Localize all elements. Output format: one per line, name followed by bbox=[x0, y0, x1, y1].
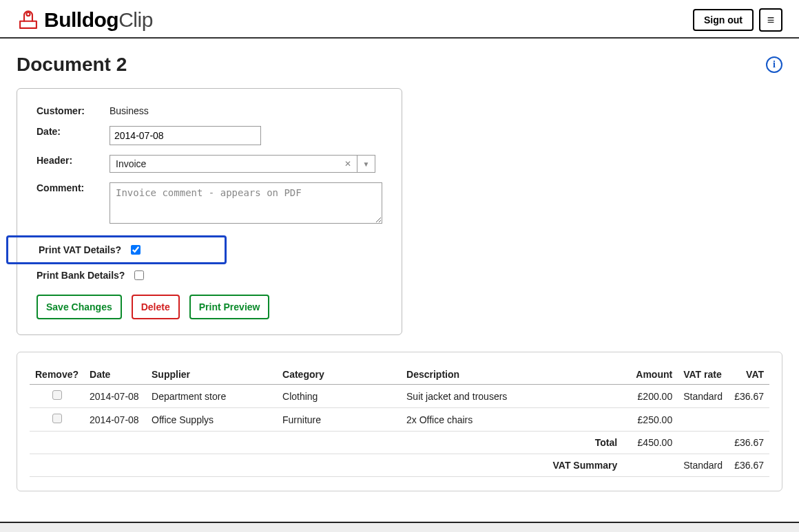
total-vat: £36.67 bbox=[728, 432, 769, 454]
col-remove: Remove? bbox=[30, 365, 84, 385]
table-row: 2014-07-08 Office Supplys Furniture 2x O… bbox=[30, 408, 769, 432]
svg-point-1 bbox=[26, 12, 30, 16]
cell-description: 2x Office chairs bbox=[401, 408, 623, 432]
cell-vat-rate: Standard bbox=[678, 385, 728, 408]
cell-amount: £200.00 bbox=[623, 385, 678, 408]
vat-summary-rate: Standard bbox=[678, 454, 728, 477]
total-amount: £450.00 bbox=[623, 432, 678, 454]
comment-label: Comment: bbox=[37, 182, 110, 193]
print-bank-checkbox[interactable] bbox=[134, 270, 144, 280]
print-vat-checkbox[interactable] bbox=[131, 245, 141, 255]
vat-summary-label: VAT Summary bbox=[30, 454, 623, 477]
cell-category: Clothing bbox=[277, 385, 401, 408]
col-description: Description bbox=[401, 365, 623, 385]
site-footer: Company About Us Contact Us Home Policie… bbox=[0, 522, 799, 532]
customer-label: Customer: bbox=[37, 105, 110, 116]
cell-supplier: Office Supplys bbox=[146, 408, 277, 432]
header-label: Header: bbox=[37, 155, 110, 166]
cell-vat: £36.67 bbox=[728, 385, 769, 408]
delete-button[interactable]: Delete bbox=[132, 295, 180, 319]
remove-checkbox[interactable] bbox=[52, 390, 62, 400]
brand[interactable]: BulldogClip bbox=[17, 8, 153, 32]
col-category: Category bbox=[277, 365, 401, 385]
remove-checkbox[interactable] bbox=[52, 414, 62, 423]
brand-text: BulldogClip bbox=[44, 8, 153, 32]
total-label: Total bbox=[30, 432, 623, 454]
cell-supplier: Department store bbox=[146, 385, 277, 408]
cell-amount: £250.00 bbox=[623, 408, 678, 432]
print-vat-highlight: Print VAT Details? bbox=[6, 235, 227, 264]
chevron-down-icon[interactable]: ▼ bbox=[357, 156, 375, 172]
preview-button[interactable]: Print Preview bbox=[189, 295, 270, 319]
save-button[interactable]: Save Changes bbox=[37, 295, 122, 319]
header-select[interactable]: Invoice ✕ ▼ bbox=[110, 155, 375, 173]
svg-rect-0 bbox=[20, 21, 37, 28]
date-input[interactable] bbox=[110, 126, 261, 145]
logo-icon bbox=[17, 8, 40, 32]
line-items-table: Remove? Date Supplier Category Descripti… bbox=[17, 352, 782, 491]
page-title: Document 2 bbox=[17, 54, 127, 76]
cell-date: 2014-07-08 bbox=[84, 385, 146, 408]
customer-value: Business bbox=[110, 105, 382, 116]
cell-category: Furniture bbox=[277, 408, 401, 432]
info-icon[interactable]: i bbox=[766, 56, 782, 73]
menu-button[interactable]: ≡ bbox=[759, 8, 782, 32]
print-bank-label: Print Bank Details? bbox=[37, 270, 125, 281]
header-select-value: Invoice bbox=[116, 158, 146, 169]
print-vat-label: Print VAT Details? bbox=[39, 244, 121, 255]
clear-icon[interactable]: ✕ bbox=[344, 159, 351, 169]
date-label: Date: bbox=[37, 126, 110, 137]
table-row: 2014-07-08 Department store Clothing Sui… bbox=[30, 385, 769, 408]
document-form: Customer: Business Date: Header: Invoice… bbox=[17, 88, 402, 335]
col-supplier: Supplier bbox=[146, 365, 277, 385]
hamburger-icon: ≡ bbox=[767, 13, 775, 28]
col-amount: Amount bbox=[623, 365, 678, 385]
cell-date: 2014-07-08 bbox=[84, 408, 146, 432]
topbar: BulldogClip Sign out ≡ bbox=[0, 0, 799, 39]
vat-summary-vat: £36.67 bbox=[728, 454, 769, 477]
cell-vat-rate bbox=[678, 408, 728, 432]
comment-textarea[interactable] bbox=[110, 182, 382, 224]
col-date: Date bbox=[84, 365, 146, 385]
col-vat: VAT bbox=[728, 365, 769, 385]
cell-description: Suit jacket and trousers bbox=[401, 385, 623, 408]
col-vat-rate: VAT rate bbox=[678, 365, 728, 385]
sign-out-button[interactable]: Sign out bbox=[693, 9, 754, 31]
cell-vat bbox=[728, 408, 769, 432]
